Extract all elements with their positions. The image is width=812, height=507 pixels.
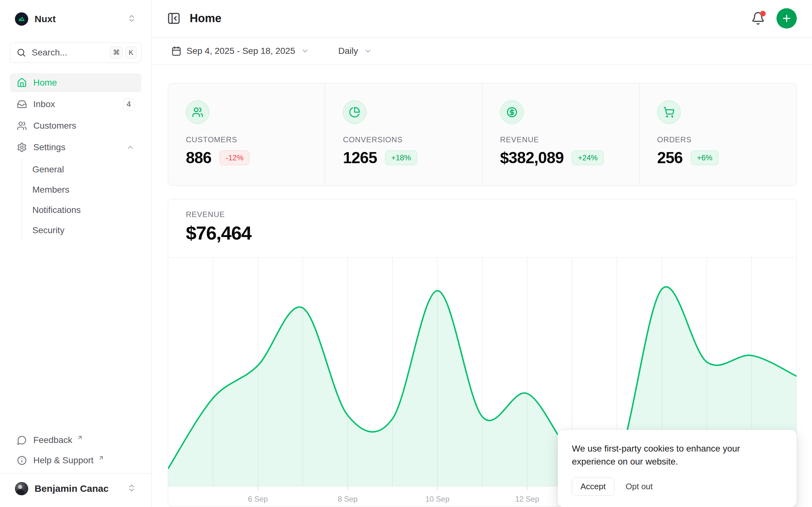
sidebar-footer: Feedback Help & Support Benjamin Canac <box>10 430 142 507</box>
svg-text:10 Sep: 10 Sep <box>425 495 450 503</box>
search-icon <box>16 48 26 57</box>
sidebar-item-customers[interactable]: Customers <box>10 116 142 135</box>
notifications-bell-icon[interactable] <box>751 11 765 25</box>
granularity-select[interactable]: Daily <box>334 43 376 59</box>
svg-text:6 Sep: 6 Sep <box>248 495 268 503</box>
granularity-label: Daily <box>339 46 358 56</box>
users-icon <box>17 121 27 131</box>
date-range-label: Sep 4, 2025 - Sep 18, 2025 <box>187 46 295 56</box>
users-icon <box>186 101 209 124</box>
page-header: Home <box>152 0 812 38</box>
sidebar-item-label: Settings <box>33 142 65 153</box>
search-input[interactable]: Search... ⌘ K <box>10 43 142 63</box>
workspace-selector[interactable]: Nuxt <box>10 8 142 31</box>
filters-toolbar: Sep 4, 2025 - Sep 18, 2025 Daily <box>152 38 812 65</box>
kbd-k: K <box>125 47 137 59</box>
chevrons-up-down-icon <box>127 483 136 494</box>
kbd-meta: ⌘ <box>110 47 123 59</box>
help-support-link[interactable]: Help & Support <box>10 450 142 470</box>
user-menu[interactable]: Benjamin Canac <box>10 473 142 504</box>
sidebar-item-members[interactable]: Members <box>21 180 142 200</box>
stat-label: CUSTOMERS <box>186 135 307 144</box>
revenue-label: REVENUE <box>186 210 779 219</box>
revenue-total: $76,464 <box>186 222 779 244</box>
calendar-icon <box>171 46 182 56</box>
sidebar-item-security[interactable]: Security <box>21 220 142 240</box>
cookie-banner: We use first-party cookies to enhance yo… <box>558 430 797 507</box>
settings-subnav: General Members Notifications Security <box>21 159 142 240</box>
stat-delta-badge: +24% <box>572 151 604 165</box>
avatar <box>15 482 28 495</box>
cart-icon <box>657 101 681 124</box>
sidebar-item-settings[interactable]: Settings <box>10 138 142 157</box>
sidebar-item-label: Customers <box>33 121 76 131</box>
chat-bubble-icon <box>17 435 27 445</box>
svg-text:12 Sep: 12 Sep <box>515 495 539 503</box>
page-title: Home <box>190 12 751 25</box>
stat-card-customers: CUSTOMERS 886 -12% <box>168 83 325 185</box>
nuxt-logo-icon <box>15 12 28 26</box>
collapse-sidebar-icon[interactable] <box>167 11 181 25</box>
chevron-down-icon <box>364 47 372 55</box>
dollar-circle-icon <box>500 101 524 124</box>
stat-card-revenue: REVENUE $382,089 +24% <box>483 83 640 185</box>
stat-value: 1265 <box>343 149 377 167</box>
inbox-icon <box>17 99 27 109</box>
help-support-label: Help & Support <box>33 455 94 465</box>
accept-cookies-button[interactable]: Accept <box>572 477 614 496</box>
date-range-picker[interactable]: Sep 4, 2025 - Sep 18, 2025 <box>167 43 314 59</box>
external-link-icon <box>98 455 104 461</box>
sidebar-item-general[interactable]: General <box>21 159 142 180</box>
stat-label: ORDERS <box>657 135 779 144</box>
stat-delta-badge: +18% <box>385 151 417 165</box>
stat-label: CONVERSIONS <box>343 135 464 144</box>
svg-text:8 Sep: 8 Sep <box>338 495 358 503</box>
sidebar-item-notifications[interactable]: Notifications <box>21 200 142 220</box>
search-placeholder: Search... <box>32 48 107 58</box>
external-link-icon <box>77 435 83 441</box>
feedback-link[interactable]: Feedback <box>10 430 142 450</box>
stat-value: $382,089 <box>500 149 564 167</box>
stats-grid: CUSTOMERS 886 -12% CONVERSIONS 1265 +18% <box>168 83 797 186</box>
sidebar-item-inbox[interactable]: Inbox 4 <box>10 95 142 114</box>
sidebar-nav: Home Inbox 4 Customers Sett <box>10 73 142 240</box>
optout-cookies-button[interactable]: Opt out <box>619 478 659 495</box>
app-window: Nuxt Search... ⌘ K Home <box>0 0 812 507</box>
cookie-message: We use first-party cookies to enhance yo… <box>572 442 775 468</box>
stat-value: 886 <box>186 149 211 167</box>
sidebar-item-home[interactable]: Home <box>10 73 142 92</box>
chevron-down-icon <box>301 47 309 55</box>
user-name: Benjamin Canac <box>35 483 120 494</box>
home-icon <box>17 78 27 88</box>
chevrons-up-down-icon <box>127 14 136 24</box>
stat-card-orders: ORDERS 256 +6% <box>640 83 797 185</box>
sidebar-item-label: Home <box>33 78 57 88</box>
stat-card-conversions: CONVERSIONS 1265 +18% <box>325 83 482 185</box>
feedback-label: Feedback <box>33 435 72 445</box>
add-button[interactable] <box>776 8 797 29</box>
stat-delta-badge: -12% <box>219 151 249 165</box>
workspace-name: Nuxt <box>35 14 127 24</box>
info-circle-icon <box>17 455 27 465</box>
sidebar: Nuxt Search... ⌘ K Home <box>0 0 152 507</box>
chevron-up-icon <box>126 143 135 152</box>
stat-delta-badge: +6% <box>691 151 718 165</box>
gear-icon <box>17 142 27 153</box>
pie-chart-icon <box>343 101 366 124</box>
inbox-count-badge: 4 <box>123 98 135 110</box>
stat-label: REVENUE <box>500 135 621 144</box>
stat-value: 256 <box>657 149 682 167</box>
sidebar-item-label: Inbox <box>33 99 55 109</box>
